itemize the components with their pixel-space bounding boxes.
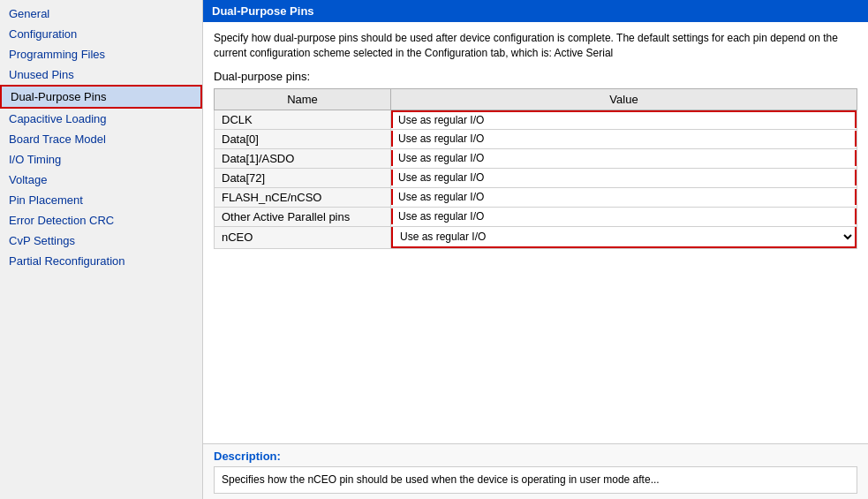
pin-value-text: Use as regular I/O: [391, 189, 857, 205]
sidebar-item-cvp-settings[interactable]: CvP Settings: [0, 231, 202, 251]
sidebar-item-unused-pins[interactable]: Unused Pins: [0, 64, 202, 85]
table-row: Data[72]Use as regular I/O: [215, 168, 857, 187]
pin-name-cell: FLASH_nCE/nCSO: [215, 187, 391, 207]
pin-name-cell: DCLK: [215, 110, 391, 129]
pin-value-cell[interactable]: Use as regular I/O: [391, 168, 857, 187]
sidebar-item-board-trace-model[interactable]: Board Trace Model: [0, 129, 202, 149]
col-header-name: Name: [215, 88, 391, 110]
table-row: Other Active Parallel pinsUse as regular…: [215, 207, 857, 226]
sidebar-item-programming-files[interactable]: Programming Files: [0, 44, 202, 64]
description-header: Description:: [214, 450, 857, 463]
sidebar: GeneralConfigurationProgramming FilesUnu…: [0, 0, 203, 499]
panel-header: Dual-Purpose Pins: [203, 0, 868, 22]
pin-value-text: Use as regular I/O: [391, 208, 857, 224]
pin-name-cell: nCEO: [215, 226, 391, 248]
pin-value-cell[interactable]: Use as regular I/O: [391, 187, 857, 207]
sidebar-item-pin-placement[interactable]: Pin Placement: [0, 190, 202, 210]
description-content: Specifies how the nCEO pin should be use…: [214, 466, 857, 494]
col-header-value: Value: [391, 88, 857, 110]
sidebar-item-configuration[interactable]: Configuration: [0, 24, 202, 44]
sidebar-items: GeneralConfigurationProgramming FilesUnu…: [0, 4, 202, 271]
pins-table: Name Value DCLKUse as regular I/OData[0]…: [214, 88, 857, 249]
table-row: DCLKUse as regular I/O: [215, 110, 857, 129]
main-panel: Dual-Purpose Pins Specify how dual-purpo…: [203, 0, 868, 499]
pin-name-cell: Data[1]/ASDO: [215, 148, 391, 168]
pin-value-select[interactable]: Use as regular I/O: [393, 227, 855, 246]
pin-value-text: Use as regular I/O: [391, 170, 857, 185]
pin-value-cell[interactable]: Use as regular I/O: [391, 110, 857, 129]
sidebar-item-capacitive-loading[interactable]: Capacitive Loading: [0, 109, 202, 129]
table-row: nCEOUse as regular I/O: [215, 226, 857, 248]
description-section: Description: Specifies how the nCEO pin …: [203, 443, 868, 499]
pin-value-text: Use as regular I/O: [391, 110, 857, 128]
pin-value-cell[interactable]: Use as regular I/O: [391, 207, 857, 226]
sidebar-item-io-timing[interactable]: I/O Timing: [0, 149, 202, 170]
section-label: Dual-purpose pins:: [214, 70, 857, 83]
sidebar-item-dual-purpose-pins[interactable]: Dual-Purpose Pins: [0, 85, 202, 109]
pin-value-text: Use as regular I/O: [391, 131, 857, 147]
pin-name-cell: Data[0]: [215, 129, 391, 148]
sidebar-item-partial-reconfiguration[interactable]: Partial Reconfiguration: [0, 251, 202, 271]
pin-value-cell[interactable]: Use as regular I/O: [391, 226, 857, 248]
panel-title: Dual-Purpose Pins: [212, 4, 314, 18]
table-row: Data[0]Use as regular I/O: [215, 129, 857, 148]
pin-name-cell: Other Active Parallel pins: [215, 207, 391, 226]
pin-value-cell[interactable]: Use as regular I/O: [391, 129, 857, 148]
table-row: Data[1]/ASDOUse as regular I/O: [215, 148, 857, 168]
content-area: Specify how dual-purpose pins should be …: [203, 22, 868, 443]
intro-description: Specify how dual-purpose pins should be …: [214, 31, 857, 61]
pin-value-cell[interactable]: Use as regular I/O: [391, 148, 857, 168]
table-row: FLASH_nCE/nCSOUse as regular I/O: [215, 187, 857, 207]
pin-name-cell: Data[72]: [215, 168, 391, 187]
pin-value-text: Use as regular I/O: [391, 150, 857, 166]
sidebar-item-error-detection-crc[interactable]: Error Detection CRC: [0, 210, 202, 231]
sidebar-item-general[interactable]: General: [0, 4, 202, 24]
sidebar-item-voltage[interactable]: Voltage: [0, 170, 202, 190]
